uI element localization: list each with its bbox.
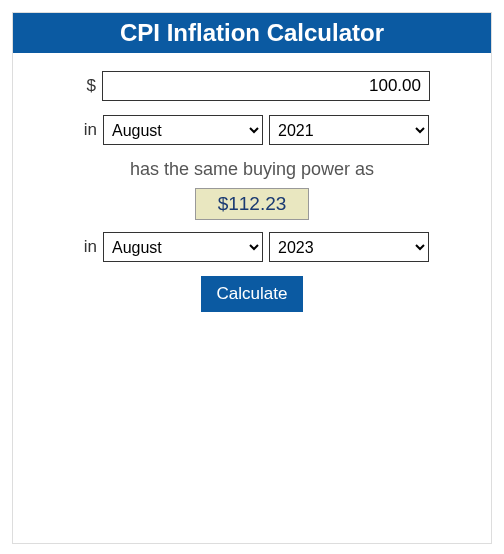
to-prefix: in: [75, 237, 97, 257]
to-date-row: in August 2023: [33, 232, 471, 262]
from-prefix: in: [75, 120, 97, 140]
from-date-row: in August 2021: [33, 115, 471, 145]
cpi-calculator: CPI Inflation Calculator $ in August 202…: [12, 12, 492, 544]
from-year-select[interactable]: 2021: [269, 115, 429, 145]
to-year-select[interactable]: 2023: [269, 232, 429, 262]
from-month-select[interactable]: August: [103, 115, 263, 145]
amount-input[interactable]: [102, 71, 430, 101]
calculator-body: $ in August 2021 has the same buying pow…: [13, 53, 491, 543]
amount-row: $: [33, 71, 471, 101]
calculate-row: Calculate: [33, 276, 471, 312]
currency-symbol: $: [74, 76, 96, 96]
result-row: $112.23: [33, 188, 471, 220]
page-title: CPI Inflation Calculator: [13, 13, 491, 53]
to-month-select[interactable]: August: [103, 232, 263, 262]
result-value: $112.23: [195, 188, 310, 220]
buying-power-label: has the same buying power as: [33, 159, 471, 180]
calculate-button[interactable]: Calculate: [201, 276, 304, 312]
